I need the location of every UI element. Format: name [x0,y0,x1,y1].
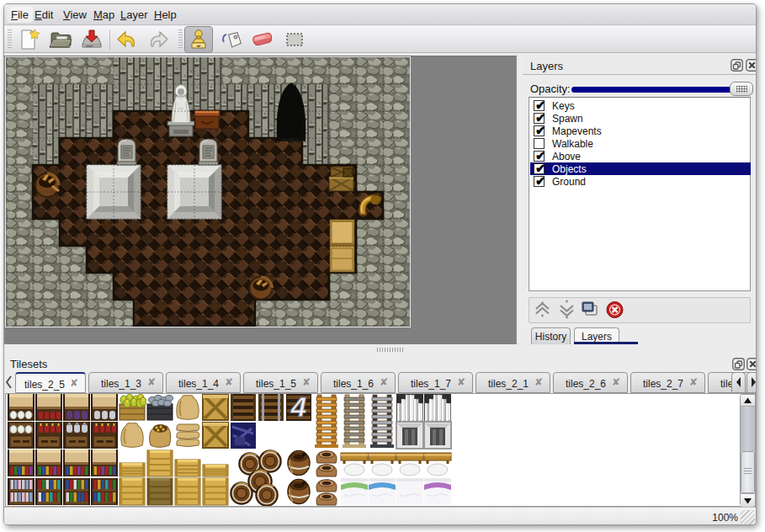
svg-text:4: 4 [290,394,307,423]
